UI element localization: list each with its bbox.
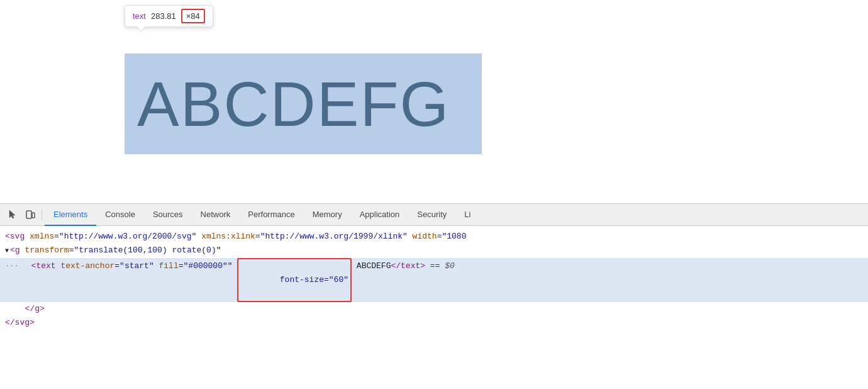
devtools-panel: Elements Console Sources Network Perform… — [0, 203, 868, 389]
tooltip-width: 283.81 — [151, 11, 176, 21]
element-tooltip: text 283.81 ×84 — [125, 5, 213, 27]
tooltip-type-label: text — [133, 11, 146, 21]
equals-sign: == — [430, 259, 440, 273]
g-transform-attr: transform — [25, 244, 69, 257]
code-line-svg-close: </svg> — [0, 316, 868, 330]
devtools-toolbar: Elements Console Sources Network Perform… — [0, 204, 868, 226]
tab-application[interactable]: Application — [351, 204, 409, 226]
svg-xmlns-val: "http://www.w3.org/2000/svg" — [59, 230, 196, 244]
tab-elements[interactable]: Elements — [45, 204, 96, 226]
fill-attr: fill — [159, 259, 179, 273]
toolbar-divider — [42, 209, 42, 220]
tab-performance[interactable]: Performance — [239, 204, 303, 226]
ellipsis-button[interactable]: ··· — [5, 259, 19, 273]
cursor-icon[interactable] — [4, 206, 21, 223]
code-line-g-close: </g> — [0, 302, 868, 316]
g-close-tag: </g> — [25, 302, 45, 316]
svg-width-val: "1080 — [442, 230, 466, 244]
code-line-g: ▼ <g transform = "translate(100,100) rot… — [0, 244, 868, 258]
tooltip-height-highlight: ×84 — [181, 9, 205, 23]
code-area[interactable]: <svg xmlns = "http://www.w3.org/2000/svg… — [0, 226, 868, 389]
fill-val: "#000000" — [184, 259, 228, 273]
svg-width-attr: width — [413, 230, 437, 244]
tab-lighthouse[interactable]: Li — [455, 204, 479, 226]
text-anchor-val: "start" — [120, 259, 154, 273]
font-size-val: "60" — [329, 275, 348, 285]
tab-memory[interactable]: Memory — [304, 204, 351, 226]
device-toggle-icon[interactable] — [21, 206, 39, 223]
tooltip-height: 84 — [191, 11, 199, 21]
tab-security[interactable]: Security — [408, 204, 455, 226]
preview-area: text 283.81 ×84 ABCDEFG — [0, 0, 868, 201]
font-size-highlight: font-size="60" — [237, 258, 352, 302]
triangle-icon: ▼ — [5, 244, 9, 258]
svg-preview-highlight: ABCDEFG — [125, 54, 482, 154]
tab-console[interactable]: Console — [96, 204, 144, 226]
text-open-tag: <text — [31, 259, 56, 273]
svg-open-tag: <svg — [5, 230, 25, 244]
text-content: ABCDEFG — [357, 259, 391, 273]
text-anchor-attr: text-anchor — [60, 259, 114, 273]
g-transform-val: "translate(100,100) rotate(0) — [74, 244, 216, 257]
svg-rect-0 — [26, 211, 31, 218]
svg-xlink-attr: xmlns:xlink — [201, 230, 255, 244]
tab-network[interactable]: Network — [192, 204, 240, 226]
g-open-tag: <g — [10, 244, 20, 257]
text-close-tag: </text> — [391, 259, 425, 273]
svg-xlink-val: "http://www.w3.org/1999/xlink" — [260, 230, 408, 244]
dollar-zero: $0 — [445, 259, 455, 273]
tab-sources[interactable]: Sources — [144, 204, 192, 226]
font-size-attr: font-size= — [280, 275, 329, 285]
code-line-text[interactable]: ··· <text text-anchor = "start" fill = "… — [0, 258, 868, 302]
svg-rect-1 — [32, 213, 35, 218]
code-line-svg: <svg xmlns = "http://www.w3.org/2000/svg… — [0, 230, 868, 244]
svg-close-tag: </svg> — [5, 316, 35, 330]
svg-xmlns-attr: xmlns — [30, 230, 54, 244]
svg-text-display: ABCDEFG — [137, 68, 450, 140]
